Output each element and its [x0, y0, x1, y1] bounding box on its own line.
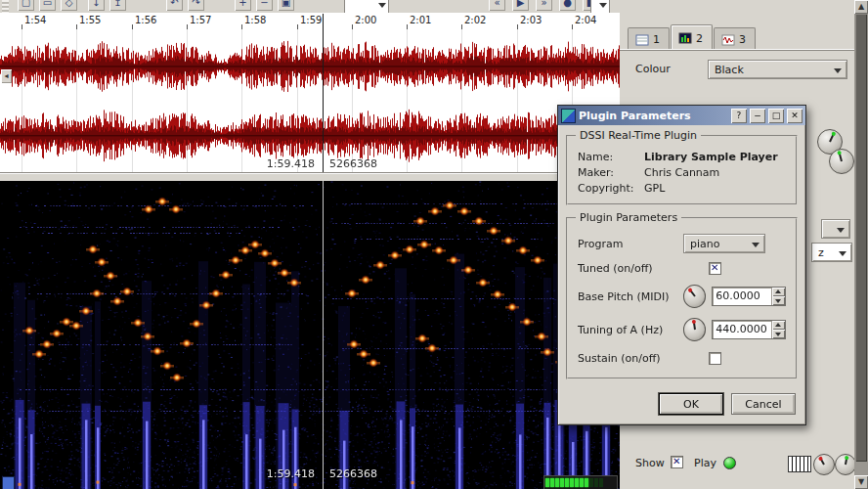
ok-button[interactable]: OK	[659, 393, 723, 415]
new-session-icon[interactable]: ▢	[18, 0, 34, 11]
ruler-time-label: 1:58	[244, 15, 266, 25]
waveform-layer-icon	[721, 34, 735, 46]
tuning-a-value: 440.0000	[713, 321, 771, 338]
tuning-a-knob[interactable]	[683, 318, 706, 341]
time-ruler[interactable]: 1:541:551:561:571:581:592:002:012:022:03…	[0, 14, 620, 30]
ruler-time-label: 2:00	[355, 15, 376, 25]
sustain-checkbox[interactable]	[709, 352, 721, 365]
ruler-time-label: 2:02	[464, 15, 486, 25]
help-button[interactable]: ?	[731, 109, 747, 123]
spectrogram-progress-meter	[543, 475, 618, 489]
progress-segment	[555, 478, 559, 487]
name-value: Library Sample Player	[644, 151, 778, 163]
tuning-a-row: Tuning of A (Hz) 440.0000	[578, 313, 786, 346]
tuning-a-spinbox[interactable]: 440.0000	[712, 320, 786, 339]
waveform-canvas[interactable]	[0, 29, 620, 172]
waveform-readout: 1:59.418 5266368	[0, 157, 620, 171]
zoom-out-icon[interactable]: −	[256, 0, 273, 11]
chevron-down-icon	[378, 3, 386, 8]
copyright-label: Copyright:	[578, 182, 644, 195]
spin-down-icon[interactable]	[772, 296, 785, 305]
pane-properties-icon[interactable]	[2, 476, 15, 489]
spectrogram-layer-icon	[678, 32, 692, 44]
minimize-button[interactable]: −	[750, 109, 765, 123]
playhead-line[interactable]	[323, 181, 324, 489]
tab-2[interactable]: 2	[671, 24, 713, 49]
record-icon[interactable]: ●	[559, 0, 576, 11]
import-audio-icon[interactable]: ↧	[88, 0, 105, 11]
tuning-a-label: Tuning of A (Hz)	[578, 324, 683, 336]
pane-controls-row: Show Play	[620, 452, 854, 477]
close-button[interactable]: ✕	[787, 109, 803, 123]
export-audio-icon[interactable]: ↥	[109, 0, 126, 11]
dialog-titlebar[interactable]: Plugin Parameters ? − □ ✕	[558, 106, 805, 125]
spin-up-icon[interactable]	[772, 321, 785, 330]
name-label: Name:	[578, 151, 644, 163]
zoom-in-icon[interactable]: +	[235, 0, 251, 11]
show-label: Show	[635, 457, 665, 469]
spin-up-icon[interactable]	[772, 288, 785, 296]
sonic-visualiser-window: ▢▭◇↧↥↶↷+−▣«▶»●■ 1:541:551:561:571:581:59…	[0, 0, 868, 489]
chevron-down-icon	[834, 68, 842, 73]
hidden-combo-fragment[interactable]	[821, 219, 850, 239]
frequency-scale-combo[interactable]: z	[811, 243, 852, 262]
tuned-checkbox[interactable]	[709, 262, 721, 275]
main-toolbar: ▢▭◇↧↥↶↷+−▣«▶»●■	[0, 0, 868, 14]
dialog-title: Plugin Parameters	[579, 110, 728, 122]
spectrogram-readout: 1:59.418 5266368	[0, 467, 620, 481]
chevron-down-icon	[599, 3, 607, 8]
spin-arrows[interactable]	[771, 321, 785, 338]
pane-tabs: 123	[628, 25, 757, 49]
toolbar-handle[interactable]	[2, 0, 9, 14]
scroll-down-icon[interactable]: ▼	[854, 475, 868, 489]
pan-knob[interactable]	[829, 149, 854, 174]
pane-scroll-left-button[interactable]: ◂	[1, 69, 12, 83]
program-value: piano	[690, 238, 719, 250]
playhead-time-label: 1:59.418	[219, 467, 315, 480]
playback-speed-combo[interactable]	[590, 0, 610, 14]
colour-value: Black	[715, 64, 744, 76]
scroll-up-icon[interactable]: ▲	[854, 0, 868, 14]
base-pitch-knob[interactable]	[683, 285, 706, 308]
ruler-time-label: 2:04	[575, 15, 596, 25]
progress-segment	[560, 478, 564, 487]
piano-keyboard-icon[interactable]	[788, 456, 811, 472]
playhead-line[interactable]	[323, 14, 324, 172]
base-pitch-value: 60.0000	[713, 288, 771, 305]
play-led-icon[interactable]	[723, 457, 736, 469]
cancel-button[interactable]: Cancel	[731, 393, 796, 415]
sustain-label: Sustain (on/off)	[578, 352, 683, 365]
program-combo[interactable]: piano	[683, 234, 765, 253]
playhead-frame-label: 5266368	[329, 157, 377, 170]
tab-1[interactable]: 1	[628, 27, 670, 49]
vertical-scrollbar[interactable]: ▲ ▼	[854, 0, 868, 489]
scrollbar-thumb[interactable]	[855, 14, 867, 462]
plugin-dialog-icon	[561, 109, 576, 123]
ffwd-icon[interactable]: »	[536, 0, 552, 11]
maximize-button[interactable]: □	[768, 109, 784, 123]
spectrogram-canvas[interactable]	[0, 181, 620, 489]
rewind-icon[interactable]: «	[489, 0, 505, 11]
zoom-combo[interactable]	[344, 0, 389, 14]
play-icon[interactable]: ▶	[512, 0, 529, 11]
spin-down-icon[interactable]	[772, 330, 785, 338]
plugin-name-row: Name: Library Sample Player	[578, 149, 786, 164]
base-pitch-row: Base Pitch (MIDI) 60.0000	[578, 280, 786, 313]
save-session-icon[interactable]: ◇	[61, 0, 77, 11]
base-pitch-spinbox[interactable]: 60.0000	[712, 287, 786, 306]
show-checkbox[interactable]	[671, 456, 683, 468]
colour-combo[interactable]: Black	[708, 60, 847, 79]
zoom-fit-icon[interactable]: ▣	[278, 0, 294, 11]
open-session-icon[interactable]: ▭	[39, 0, 56, 11]
dialog-body: DSSI Real-Time Plugin Name: Library Samp…	[558, 125, 805, 424]
spin-arrows[interactable]	[771, 288, 785, 305]
ruler-time-label: 1:59	[300, 15, 322, 25]
undo-icon[interactable]: ↶	[166, 0, 183, 11]
playback-gain-knob[interactable]	[813, 454, 835, 475]
redo-icon[interactable]: ↷	[188, 0, 204, 11]
playback-pan-knob[interactable]	[835, 454, 856, 475]
tab-3[interactable]: 3	[714, 27, 756, 49]
dialog-buttons: OK Cancel	[566, 391, 798, 415]
progress-segment	[585, 478, 588, 487]
tabbar-baseline	[620, 49, 854, 51]
